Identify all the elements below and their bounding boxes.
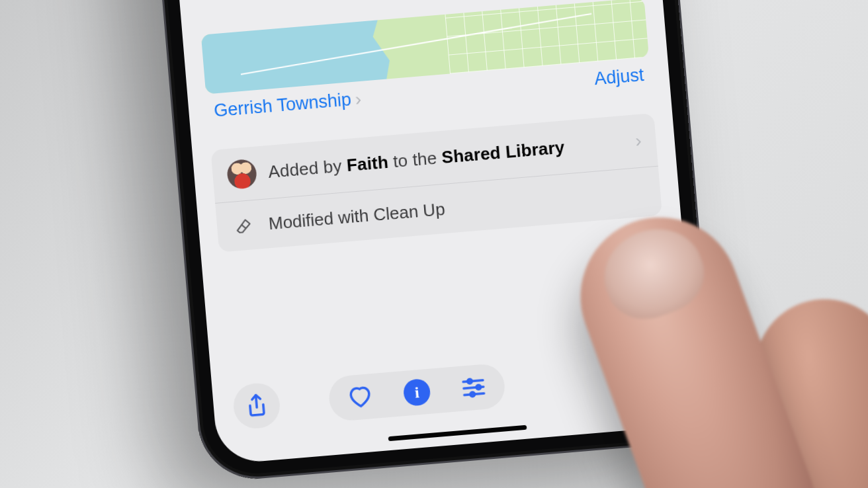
info-icon: i [403, 378, 431, 407]
edit-adjust-button[interactable] [446, 366, 501, 409]
share-icon [242, 391, 271, 420]
shared-library-text: Added by Faith to the Shared Library [267, 137, 565, 182]
avatar [226, 159, 258, 190]
share-button[interactable] [232, 382, 281, 430]
phone-frame: Gerrish Township › Adjust Added by Faith… [114, 0, 717, 483]
cleanup-label: Modified with Clean Up [268, 198, 446, 233]
info-cards: Added by Faith to the Shared Library › M… [210, 113, 662, 253]
info-button[interactable]: i [390, 370, 445, 414]
bottom-toolbar: i [232, 347, 676, 432]
adjust-location-button[interactable]: Adjust [593, 65, 644, 89]
screen: Gerrish Township › Adjust Added by Faith… [133, 0, 699, 465]
location-name: Gerrish Township [213, 89, 352, 121]
heart-icon [346, 383, 374, 411]
favorite-button[interactable] [333, 375, 388, 419]
chevron-right-icon: › [355, 89, 363, 110]
sliders-icon [459, 374, 488, 402]
location-link[interactable]: Gerrish Township › [213, 88, 362, 122]
home-indicator[interactable] [388, 425, 527, 442]
eraser-icon [231, 212, 258, 239]
toolbar-center-group: i [327, 362, 507, 422]
chevron-right-icon: › [634, 130, 642, 152]
